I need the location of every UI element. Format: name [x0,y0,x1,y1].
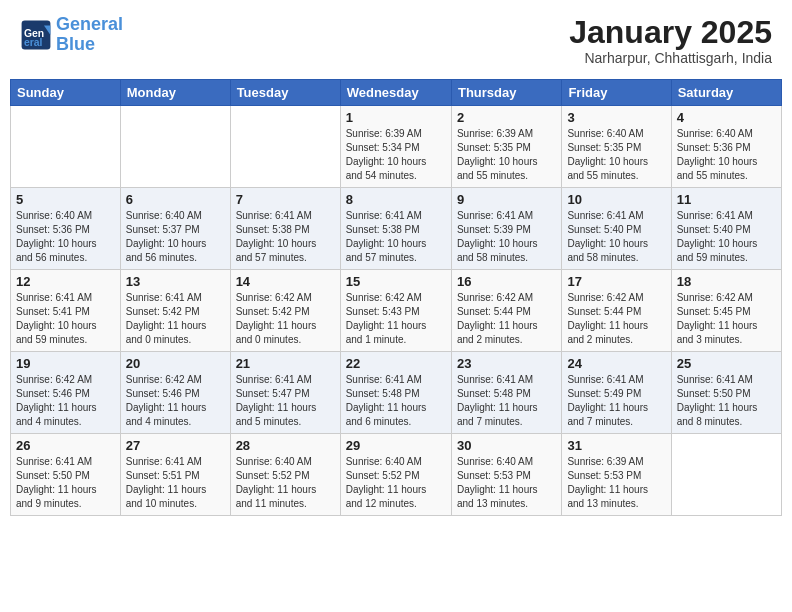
day-number: 22 [346,356,446,371]
calendar-cell: 22Sunrise: 6:41 AM Sunset: 5:48 PM Dayli… [340,352,451,434]
day-number: 31 [567,438,665,453]
calendar-cell: 8Sunrise: 6:41 AM Sunset: 5:38 PM Daylig… [340,188,451,270]
calendar-day-header: Wednesday [340,80,451,106]
day-info: Sunrise: 6:41 AM Sunset: 5:41 PM Dayligh… [16,291,115,347]
day-number: 2 [457,110,556,125]
day-info: Sunrise: 6:41 AM Sunset: 5:50 PM Dayligh… [677,373,776,429]
day-info: Sunrise: 6:40 AM Sunset: 5:37 PM Dayligh… [126,209,225,265]
calendar-cell: 2Sunrise: 6:39 AM Sunset: 5:35 PM Daylig… [451,106,561,188]
calendar-day-header: Sunday [11,80,121,106]
day-number: 16 [457,274,556,289]
day-number: 4 [677,110,776,125]
day-info: Sunrise: 6:40 AM Sunset: 5:36 PM Dayligh… [677,127,776,183]
day-info: Sunrise: 6:40 AM Sunset: 5:36 PM Dayligh… [16,209,115,265]
day-number: 26 [16,438,115,453]
day-number: 13 [126,274,225,289]
day-number: 11 [677,192,776,207]
calendar-cell [671,434,781,516]
day-number: 20 [126,356,225,371]
day-number: 9 [457,192,556,207]
day-number: 14 [236,274,335,289]
day-number: 18 [677,274,776,289]
location-subtitle: Narharpur, Chhattisgarh, India [569,50,772,66]
calendar-day-header: Friday [562,80,671,106]
calendar-cell [120,106,230,188]
day-number: 28 [236,438,335,453]
calendar-day-header: Monday [120,80,230,106]
calendar-week-row: 19Sunrise: 6:42 AM Sunset: 5:46 PM Dayli… [11,352,782,434]
day-info: Sunrise: 6:39 AM Sunset: 5:34 PM Dayligh… [346,127,446,183]
day-number: 1 [346,110,446,125]
day-number: 19 [16,356,115,371]
day-number: 6 [126,192,225,207]
calendar-cell: 27Sunrise: 6:41 AM Sunset: 5:51 PM Dayli… [120,434,230,516]
day-info: Sunrise: 6:41 AM Sunset: 5:48 PM Dayligh… [457,373,556,429]
day-number: 10 [567,192,665,207]
day-info: Sunrise: 6:42 AM Sunset: 5:43 PM Dayligh… [346,291,446,347]
calendar-cell: 30Sunrise: 6:40 AM Sunset: 5:53 PM Dayli… [451,434,561,516]
day-info: Sunrise: 6:41 AM Sunset: 5:47 PM Dayligh… [236,373,335,429]
day-number: 27 [126,438,225,453]
day-info: Sunrise: 6:42 AM Sunset: 5:42 PM Dayligh… [236,291,335,347]
calendar-cell: 7Sunrise: 6:41 AM Sunset: 5:38 PM Daylig… [230,188,340,270]
day-info: Sunrise: 6:42 AM Sunset: 5:45 PM Dayligh… [677,291,776,347]
day-number: 15 [346,274,446,289]
day-info: Sunrise: 6:41 AM Sunset: 5:42 PM Dayligh… [126,291,225,347]
calendar-cell [230,106,340,188]
logo: Gen eral General Blue [20,15,123,55]
day-info: Sunrise: 6:42 AM Sunset: 5:44 PM Dayligh… [457,291,556,347]
month-title: January 2025 [569,15,772,50]
calendar-cell: 29Sunrise: 6:40 AM Sunset: 5:52 PM Dayli… [340,434,451,516]
calendar-cell: 17Sunrise: 6:42 AM Sunset: 5:44 PM Dayli… [562,270,671,352]
calendar-cell: 6Sunrise: 6:40 AM Sunset: 5:37 PM Daylig… [120,188,230,270]
day-info: Sunrise: 6:42 AM Sunset: 5:46 PM Dayligh… [16,373,115,429]
day-info: Sunrise: 6:41 AM Sunset: 5:48 PM Dayligh… [346,373,446,429]
day-info: Sunrise: 6:41 AM Sunset: 5:38 PM Dayligh… [236,209,335,265]
day-info: Sunrise: 6:40 AM Sunset: 5:35 PM Dayligh… [567,127,665,183]
calendar-cell: 11Sunrise: 6:41 AM Sunset: 5:40 PM Dayli… [671,188,781,270]
day-number: 21 [236,356,335,371]
calendar-week-row: 26Sunrise: 6:41 AM Sunset: 5:50 PM Dayli… [11,434,782,516]
day-number: 5 [16,192,115,207]
day-number: 17 [567,274,665,289]
calendar-cell: 23Sunrise: 6:41 AM Sunset: 5:48 PM Dayli… [451,352,561,434]
day-number: 7 [236,192,335,207]
page-header: Gen eral General Blue January 2025 Narha… [10,10,782,71]
calendar-cell: 4Sunrise: 6:40 AM Sunset: 5:36 PM Daylig… [671,106,781,188]
day-info: Sunrise: 6:40 AM Sunset: 5:53 PM Dayligh… [457,455,556,511]
calendar-cell: 31Sunrise: 6:39 AM Sunset: 5:53 PM Dayli… [562,434,671,516]
day-number: 8 [346,192,446,207]
calendar-cell: 10Sunrise: 6:41 AM Sunset: 5:40 PM Dayli… [562,188,671,270]
day-info: Sunrise: 6:42 AM Sunset: 5:44 PM Dayligh… [567,291,665,347]
calendar-cell: 18Sunrise: 6:42 AM Sunset: 5:45 PM Dayli… [671,270,781,352]
day-number: 12 [16,274,115,289]
calendar-cell: 12Sunrise: 6:41 AM Sunset: 5:41 PM Dayli… [11,270,121,352]
day-number: 23 [457,356,556,371]
calendar-body: 1Sunrise: 6:39 AM Sunset: 5:34 PM Daylig… [11,106,782,516]
calendar-week-row: 5Sunrise: 6:40 AM Sunset: 5:36 PM Daylig… [11,188,782,270]
day-number: 3 [567,110,665,125]
day-number: 29 [346,438,446,453]
calendar-cell: 5Sunrise: 6:40 AM Sunset: 5:36 PM Daylig… [11,188,121,270]
day-number: 30 [457,438,556,453]
calendar-table: SundayMondayTuesdayWednesdayThursdayFrid… [10,79,782,516]
calendar-week-row: 1Sunrise: 6:39 AM Sunset: 5:34 PM Daylig… [11,106,782,188]
calendar-cell: 21Sunrise: 6:41 AM Sunset: 5:47 PM Dayli… [230,352,340,434]
day-info: Sunrise: 6:40 AM Sunset: 5:52 PM Dayligh… [236,455,335,511]
day-info: Sunrise: 6:39 AM Sunset: 5:53 PM Dayligh… [567,455,665,511]
calendar-cell: 16Sunrise: 6:42 AM Sunset: 5:44 PM Dayli… [451,270,561,352]
day-number: 24 [567,356,665,371]
calendar-cell [11,106,121,188]
calendar-day-header: Thursday [451,80,561,106]
calendar-cell: 14Sunrise: 6:42 AM Sunset: 5:42 PM Dayli… [230,270,340,352]
calendar-cell: 24Sunrise: 6:41 AM Sunset: 5:49 PM Dayli… [562,352,671,434]
calendar-cell: 20Sunrise: 6:42 AM Sunset: 5:46 PM Dayli… [120,352,230,434]
calendar-cell: 19Sunrise: 6:42 AM Sunset: 5:46 PM Dayli… [11,352,121,434]
day-info: Sunrise: 6:42 AM Sunset: 5:46 PM Dayligh… [126,373,225,429]
day-info: Sunrise: 6:41 AM Sunset: 5:39 PM Dayligh… [457,209,556,265]
svg-text:eral: eral [24,37,43,48]
day-info: Sunrise: 6:40 AM Sunset: 5:52 PM Dayligh… [346,455,446,511]
day-info: Sunrise: 6:41 AM Sunset: 5:38 PM Dayligh… [346,209,446,265]
logo-text: General Blue [56,15,123,55]
day-number: 25 [677,356,776,371]
